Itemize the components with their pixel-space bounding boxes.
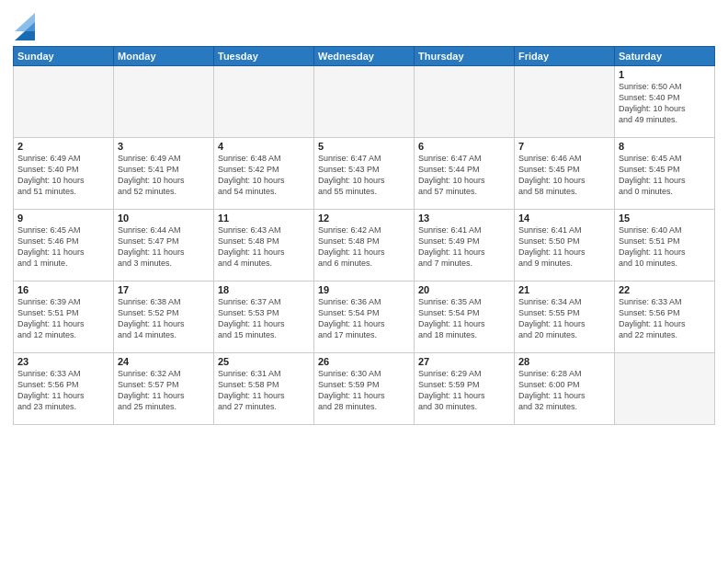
page-container: SundayMondayTuesdayWednesdayThursdayFrid…: [0, 0, 728, 563]
day-number: 22: [619, 284, 711, 295]
day-info: Sunrise: 6:43 AM Sunset: 5:48 PM Dayligh…: [218, 224, 310, 270]
calendar-day-cell: 24Sunrise: 6:32 AM Sunset: 5:57 PM Dayli…: [114, 353, 214, 425]
day-number: 5: [318, 141, 410, 152]
calendar-week-1: 1Sunrise: 6:50 AM Sunset: 5:40 PM Daylig…: [14, 66, 715, 138]
day-number: 6: [418, 141, 510, 152]
calendar-week-5: 23Sunrise: 6:33 AM Sunset: 5:56 PM Dayli…: [14, 353, 715, 425]
day-info: Sunrise: 6:50 AM Sunset: 5:40 PM Dayligh…: [619, 81, 711, 126]
day-info: Sunrise: 6:42 AM Sunset: 5:48 PM Dayligh…: [318, 224, 410, 270]
day-info: Sunrise: 6:47 AM Sunset: 5:43 PM Dayligh…: [318, 153, 410, 198]
day-number: 7: [518, 141, 610, 152]
calendar-header-saturday: Saturday: [615, 47, 715, 66]
logo-icon: [15, 13, 35, 40]
header: [13, 9, 715, 40]
day-info: Sunrise: 6:34 AM Sunset: 5:55 PM Dayligh…: [518, 296, 610, 341]
calendar-day-cell: [615, 353, 715, 425]
day-info: Sunrise: 6:47 AM Sunset: 5:44 PM Dayligh…: [418, 153, 510, 198]
calendar-week-2: 2Sunrise: 6:49 AM Sunset: 5:40 PM Daylig…: [14, 138, 715, 210]
day-number: 28: [518, 356, 610, 367]
calendar-day-cell: 18Sunrise: 6:37 AM Sunset: 5:53 PM Dayli…: [214, 282, 314, 353]
calendar-day-cell: 7Sunrise: 6:46 AM Sunset: 5:45 PM Daylig…: [515, 138, 615, 210]
calendar-header-sunday: Sunday: [14, 47, 114, 66]
day-info: Sunrise: 6:38 AM Sunset: 5:52 PM Dayligh…: [118, 296, 210, 341]
day-info: Sunrise: 6:32 AM Sunset: 5:57 PM Dayligh…: [118, 368, 210, 413]
day-number: 12: [318, 213, 410, 224]
calendar-day-cell: 4Sunrise: 6:48 AM Sunset: 5:42 PM Daylig…: [214, 138, 314, 210]
calendar-table: SundayMondayTuesdayWednesdayThursdayFrid…: [13, 46, 715, 425]
calendar-day-cell: 5Sunrise: 6:47 AM Sunset: 5:43 PM Daylig…: [314, 138, 415, 210]
day-info: Sunrise: 6:44 AM Sunset: 5:47 PM Dayligh…: [118, 224, 210, 270]
calendar-header-row: SundayMondayTuesdayWednesdayThursdayFrid…: [14, 47, 715, 66]
calendar-header-friday: Friday: [515, 47, 615, 66]
day-number: 11: [218, 213, 310, 224]
calendar-day-cell: 19Sunrise: 6:36 AM Sunset: 5:54 PM Dayli…: [314, 282, 415, 353]
calendar-day-cell: 20Sunrise: 6:35 AM Sunset: 5:54 PM Dayli…: [415, 282, 515, 353]
calendar-day-cell: 28Sunrise: 6:28 AM Sunset: 6:00 PM Dayli…: [515, 353, 615, 425]
day-info: Sunrise: 6:36 AM Sunset: 5:54 PM Dayligh…: [318, 296, 410, 341]
calendar-day-cell: 3Sunrise: 6:49 AM Sunset: 5:41 PM Daylig…: [114, 138, 214, 210]
day-info: Sunrise: 6:37 AM Sunset: 5:53 PM Dayligh…: [218, 296, 310, 341]
day-info: Sunrise: 6:49 AM Sunset: 5:40 PM Dayligh…: [17, 153, 109, 198]
day-number: 13: [418, 213, 510, 224]
calendar-day-cell: 9Sunrise: 6:45 AM Sunset: 5:46 PM Daylig…: [14, 210, 114, 282]
logo: [13, 13, 35, 40]
calendar-day-cell: [314, 66, 415, 138]
day-number: 14: [518, 213, 610, 224]
day-number: 24: [118, 356, 210, 367]
day-number: 3: [118, 141, 210, 152]
day-number: 23: [17, 356, 109, 367]
calendar-week-4: 16Sunrise: 6:39 AM Sunset: 5:51 PM Dayli…: [14, 282, 715, 353]
day-number: 9: [17, 213, 109, 224]
day-number: 15: [619, 213, 711, 224]
day-info: Sunrise: 6:28 AM Sunset: 6:00 PM Dayligh…: [518, 368, 610, 413]
day-info: Sunrise: 6:49 AM Sunset: 5:41 PM Dayligh…: [118, 153, 210, 198]
day-info: Sunrise: 6:33 AM Sunset: 5:56 PM Dayligh…: [17, 368, 109, 413]
day-number: 8: [619, 141, 711, 152]
day-info: Sunrise: 6:30 AM Sunset: 5:59 PM Dayligh…: [318, 368, 410, 413]
calendar-day-cell: 15Sunrise: 6:40 AM Sunset: 5:51 PM Dayli…: [615, 210, 715, 282]
calendar-day-cell: 2Sunrise: 6:49 AM Sunset: 5:40 PM Daylig…: [14, 138, 114, 210]
calendar-day-cell: 26Sunrise: 6:30 AM Sunset: 5:59 PM Dayli…: [314, 353, 415, 425]
day-number: 25: [218, 356, 310, 367]
day-number: 2: [17, 141, 109, 152]
calendar-day-cell: 14Sunrise: 6:41 AM Sunset: 5:50 PM Dayli…: [515, 210, 615, 282]
day-info: Sunrise: 6:39 AM Sunset: 5:51 PM Dayligh…: [17, 296, 109, 341]
calendar-day-cell: 23Sunrise: 6:33 AM Sunset: 5:56 PM Dayli…: [14, 353, 114, 425]
calendar-day-cell: 11Sunrise: 6:43 AM Sunset: 5:48 PM Dayli…: [214, 210, 314, 282]
calendar-day-cell: [14, 66, 114, 138]
day-info: Sunrise: 6:33 AM Sunset: 5:56 PM Dayligh…: [619, 296, 711, 341]
calendar-day-cell: 13Sunrise: 6:41 AM Sunset: 5:49 PM Dayli…: [415, 210, 515, 282]
day-number: 17: [118, 284, 210, 295]
calendar-day-cell: [415, 66, 515, 138]
calendar-header-thursday: Thursday: [415, 47, 515, 66]
calendar-day-cell: [515, 66, 615, 138]
day-info: Sunrise: 6:35 AM Sunset: 5:54 PM Dayligh…: [418, 296, 510, 341]
calendar-day-cell: 22Sunrise: 6:33 AM Sunset: 5:56 PM Dayli…: [615, 282, 715, 353]
day-info: Sunrise: 6:48 AM Sunset: 5:42 PM Dayligh…: [218, 153, 310, 198]
day-number: 10: [118, 213, 210, 224]
calendar-day-cell: 1Sunrise: 6:50 AM Sunset: 5:40 PM Daylig…: [615, 66, 715, 138]
calendar-day-cell: 10Sunrise: 6:44 AM Sunset: 5:47 PM Dayli…: [114, 210, 214, 282]
day-info: Sunrise: 6:40 AM Sunset: 5:51 PM Dayligh…: [619, 224, 711, 270]
day-number: 26: [318, 356, 410, 367]
calendar-week-3: 9Sunrise: 6:45 AM Sunset: 5:46 PM Daylig…: [14, 210, 715, 282]
day-info: Sunrise: 6:31 AM Sunset: 5:58 PM Dayligh…: [218, 368, 310, 413]
calendar-header-tuesday: Tuesday: [214, 47, 314, 66]
day-number: 1: [619, 69, 711, 80]
calendar-day-cell: 16Sunrise: 6:39 AM Sunset: 5:51 PM Dayli…: [14, 282, 114, 353]
calendar-day-cell: 25Sunrise: 6:31 AM Sunset: 5:58 PM Dayli…: [214, 353, 314, 425]
svg-marker-1: [15, 13, 35, 31]
calendar-day-cell: [114, 66, 214, 138]
calendar-header-monday: Monday: [114, 47, 214, 66]
day-number: 16: [17, 284, 109, 295]
calendar-day-cell: 12Sunrise: 6:42 AM Sunset: 5:48 PM Dayli…: [314, 210, 415, 282]
day-number: 21: [518, 284, 610, 295]
day-info: Sunrise: 6:45 AM Sunset: 5:45 PM Dayligh…: [619, 153, 711, 198]
day-info: Sunrise: 6:29 AM Sunset: 5:59 PM Dayligh…: [418, 368, 510, 413]
day-number: 18: [218, 284, 310, 295]
calendar-day-cell: 27Sunrise: 6:29 AM Sunset: 5:59 PM Dayli…: [415, 353, 515, 425]
calendar-day-cell: 6Sunrise: 6:47 AM Sunset: 5:44 PM Daylig…: [415, 138, 515, 210]
day-info: Sunrise: 6:46 AM Sunset: 5:45 PM Dayligh…: [518, 153, 610, 198]
calendar-day-cell: 21Sunrise: 6:34 AM Sunset: 5:55 PM Dayli…: [515, 282, 615, 353]
day-number: 20: [418, 284, 510, 295]
